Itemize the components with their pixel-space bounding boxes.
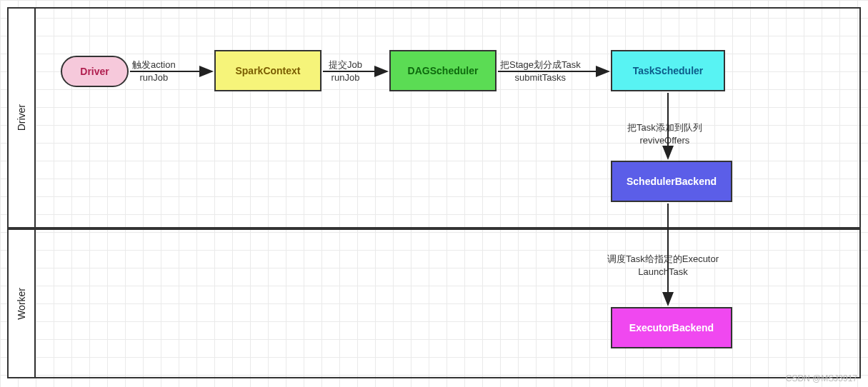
edge-label-text: 把Task添加到队列 [627,122,702,133]
node-driver: Driver [61,56,129,87]
edge-label-text: runJob [331,72,360,83]
node-dag-scheduler: DAGScheduler [389,50,497,91]
swimlane-driver-header: Driver [7,7,36,228]
node-driver-label: Driver [80,66,109,77]
node-executor-backend-label: ExecutorBackend [629,322,714,333]
node-executor-backend: ExecutorBackend [611,307,732,348]
node-spark-context: SparkContext [214,50,321,91]
edge-label-text: 把Stage划分成Task [500,59,581,70]
node-scheduler-backend-label: SchedulerBackend [627,176,717,187]
edge-label-driver-to-spark: 触发action runJob [132,59,176,84]
swimlane-worker-label: Worker [16,288,27,320]
swimlane-driver-body [36,7,861,228]
edge-label-text: 调度Task给指定的Executor [607,253,719,264]
swimlane-worker-header: Worker [7,228,36,378]
node-scheduler-backend: SchedulerBackend [611,161,732,202]
node-dag-scheduler-label: DAGScheduler [408,65,479,76]
edge-label-dag-to-task: 把Stage划分成Task submitTasks [500,59,581,84]
edge-label-spark-to-dag: 提交Job runJob [329,59,362,84]
swimlane-worker-body [36,228,861,378]
watermark: CSDN @MSJ3917 [786,373,857,383]
node-task-scheduler: TaskScheduler [611,50,725,91]
node-task-scheduler-label: TaskScheduler [633,65,704,76]
edge-label-text: LaunchTask [638,266,687,277]
edge-label-text: submitTasks [515,72,567,83]
swimlane-driver-label: Driver [16,104,27,131]
edge-label-text: reviveOffers [639,135,689,146]
edge-label-text: 触发action [132,59,176,70]
edge-label-schedbk-to-exec: 调度Task给指定的Executor LaunchTask [607,253,719,278]
edge-label-text: runJob [139,72,168,83]
node-spark-context-label: SparkContext [235,65,300,76]
edge-label-text: 提交Job [329,59,362,70]
edge-label-task-to-schedbk: 把Task添加到队列 reviveOffers [627,121,702,146]
